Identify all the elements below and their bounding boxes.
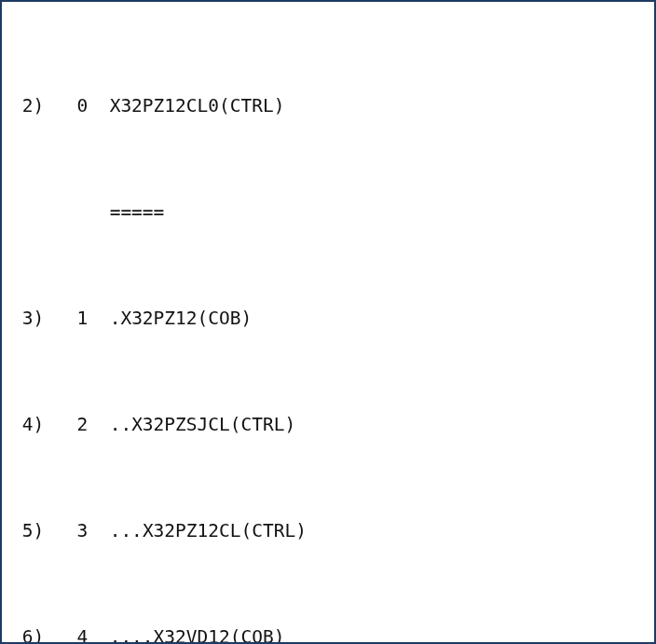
line-number: 3): [11, 306, 44, 333]
depth-level: [44, 199, 88, 226]
line-number: 4): [11, 412, 44, 439]
list-item: 3)1 .X32PZ12(COB): [11, 306, 641, 333]
entry-text: ...X32PZ12CL(CTRL): [110, 518, 307, 545]
list-item: =====: [11, 199, 641, 226]
entry-text: X32PZ12CL0(CTRL): [110, 93, 285, 120]
line-number: [11, 199, 44, 226]
entry-text: =====: [110, 199, 165, 226]
depth-level: 3: [44, 518, 88, 545]
line-number: 2): [11, 93, 44, 120]
list-item: 4)2 ..X32PZSJCL(CTRL): [11, 412, 641, 439]
depth-level: 1: [44, 306, 88, 333]
entry-text: ..X32PZSJCL(CTRL): [110, 412, 296, 439]
depth-level: 2: [44, 412, 88, 439]
list-item: 2)0 X32PZ12CL0(CTRL): [11, 93, 641, 120]
line-number: 5): [11, 518, 44, 545]
depth-level: 4: [44, 624, 88, 645]
entry-text: .X32PZ12(COB): [110, 306, 253, 333]
code-tree-listing: 2)0 X32PZ12CL0(CTRL) ===== 3)1 .X32PZ12(…: [0, 0, 656, 644]
list-item: 6)4 ....X32VD12(COB): [11, 624, 641, 645]
depth-level: 0: [44, 93, 88, 120]
entry-text: ....X32VD12(COB): [110, 624, 285, 645]
line-number: 6): [11, 624, 44, 645]
list-item: 5)3 ...X32PZ12CL(CTRL): [11, 518, 641, 545]
